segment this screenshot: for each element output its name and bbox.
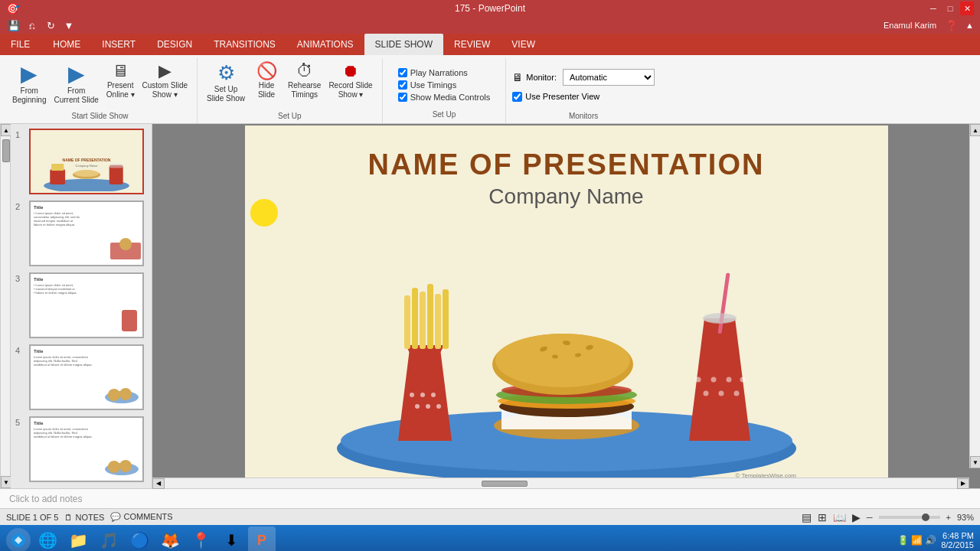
monitors-label: Monitors xyxy=(569,110,598,122)
right-scroll-up[interactable]: ▲ xyxy=(970,124,980,136)
tab-animations[interactable]: ANIMATIONS xyxy=(286,34,364,55)
bottom-scrollbar[interactable]: ◀ ▶ xyxy=(152,478,969,488)
svg-point-20 xyxy=(410,393,414,397)
ribbon-collapse-button[interactable]: ▲ xyxy=(965,21,974,30)
zoom-in-button[interactable]: + xyxy=(946,513,951,522)
slide-thumb-2[interactable]: 2 Title • Lorem ipsum dolor sit amet,con… xyxy=(14,199,149,268)
taskbar-right: 🔋 📶 🔊 6:48 PM 8/2/2015 xyxy=(897,531,975,549)
zoom-thumb[interactable] xyxy=(922,514,929,521)
svg-rect-2 xyxy=(51,164,64,171)
slide-show-button[interactable]: ▶ xyxy=(852,511,861,523)
monitor-row: 🖥 Monitor: Automatic xyxy=(512,69,655,86)
show-media-controls-checkbox[interactable]: Show Media Controls xyxy=(398,93,491,102)
svg-point-55 xyxy=(703,313,737,324)
slide-panel: 1 NAME OF PRESENTATION Company Name xyxy=(11,124,152,488)
customize-qat-button[interactable]: ▼ xyxy=(61,18,77,33)
comments-button[interactable]: 💬 COMMENTS xyxy=(110,512,172,522)
record-icon: ⏺ xyxy=(342,61,359,81)
start-button[interactable] xyxy=(6,528,31,551)
normal-view-button[interactable]: ▤ xyxy=(802,511,812,523)
scroll-down-button[interactable]: ▼ xyxy=(1,476,11,488)
food-illustration: © TemplatesWise.com xyxy=(291,242,842,479)
quick-access-toolbar: 💾 ⎌ ↻ ▼ Enamul Karim ❓ ▲ xyxy=(0,17,980,34)
slide-image-2[interactable]: Title • Lorem ipsum dolor sit amet,conse… xyxy=(29,201,144,266)
slide-info: SLIDE 1 OF 5 xyxy=(6,513,58,522)
slide-thumb-1[interactable]: 1 NAME OF PRESENTATION Company Name xyxy=(14,127,149,196)
from-beginning-button[interactable]: ▶ From Beginning xyxy=(9,60,49,106)
monitor-select[interactable]: Automatic xyxy=(563,69,655,86)
scroll-up-button[interactable]: ▲ xyxy=(1,124,11,136)
folder-button[interactable]: 📁 xyxy=(64,527,92,551)
firefox-button[interactable]: 🦊 xyxy=(156,527,184,551)
minimize-button[interactable]: ─ xyxy=(926,2,940,15)
record-slideshow-button[interactable]: ⏺ Record Slide Show ▾ xyxy=(325,60,375,101)
present-online-icon: 🖥 xyxy=(112,61,129,81)
tab-slideshow[interactable]: SLIDE SHOW xyxy=(364,34,443,55)
help-button[interactable]: ❓ xyxy=(946,20,958,31)
slide-thumb-5[interactable]: 5 Title Lorem ipsum dolor sit amet, cons… xyxy=(14,415,149,484)
hide-slide-button[interactable]: 🚫 Hide Slide xyxy=(250,60,283,101)
slide-canvas[interactable]: NAME OF PRESENTATION Company Name xyxy=(245,126,888,487)
save-button[interactable]: 💾 xyxy=(6,18,21,33)
notes-placeholder: Click to add notes xyxy=(9,494,82,504)
svg-rect-31 xyxy=(443,289,449,349)
slide-image-4[interactable]: Title Lorem ipsum dolor sit amet, consec… xyxy=(29,344,144,410)
tab-view[interactable]: VIEW xyxy=(501,34,546,55)
slide-image-3[interactable]: Title • Lorem ipsum dolor sit amet,• eiu… xyxy=(29,272,144,338)
powerpoint-button[interactable]: P xyxy=(248,527,276,551)
zoom-out-button[interactable]: ─ xyxy=(867,513,873,522)
scroll-left-button[interactable]: ◀ xyxy=(152,478,165,489)
main-area: ▲ ▼ 1 NAME OF PRESENTATION Company Name xyxy=(0,124,980,488)
window-title: 175 - PowerPoint xyxy=(455,3,525,14)
custom-slide-show-button[interactable]: ▶ Custom Slide Show ▾ xyxy=(139,60,191,101)
tab-insert[interactable]: INSERT xyxy=(91,34,146,55)
setup-icon: ⚙ xyxy=(217,61,235,85)
slide-thumb-3[interactable]: 3 Title • Lorem ipsum dolor sit amet,• e… xyxy=(14,271,149,340)
notes-bar[interactable]: Click to add notes xyxy=(0,488,980,508)
panel-scrollbar[interactable]: ▲ ▼ xyxy=(0,124,11,488)
setup-slideshow-button[interactable]: ⚙ Set Up Slide Show xyxy=(204,60,248,105)
presenter-row: Use Presenter View xyxy=(512,92,655,102)
h-scroll-track xyxy=(165,480,957,487)
maximize-button[interactable]: □ xyxy=(943,2,957,15)
close-button[interactable]: ✕ xyxy=(960,2,974,15)
use-timings-checkbox[interactable]: Use Timings xyxy=(398,80,491,90)
from-current-slide-button[interactable]: ▶ From Current Slide xyxy=(51,60,101,106)
slide-image-1[interactable]: NAME OF PRESENTATION Company Name xyxy=(29,129,144,194)
system-icons: 🔋 📶 🔊 xyxy=(897,535,937,546)
svg-point-8 xyxy=(119,238,132,250)
h-scroll-thumb[interactable] xyxy=(482,481,528,487)
rehearse-timings-button[interactable]: ⏱ Rehearse Timings xyxy=(285,60,324,101)
scroll-right-button[interactable]: ▶ xyxy=(957,478,969,489)
slide-thumb-4[interactable]: 4 Title Lorem ipsum dolor sit amet, cons… xyxy=(14,343,149,412)
svg-point-11 xyxy=(108,389,120,401)
tab-transitions[interactable]: TRANSITIONS xyxy=(203,34,286,55)
play-narrations-checkbox[interactable]: Play Narrations xyxy=(398,68,491,77)
right-scrollbar[interactable]: ▲ ▼ xyxy=(969,124,980,468)
notes-button[interactable]: 🗒 NOTES xyxy=(64,513,104,522)
user-name: Enamul Karim xyxy=(884,21,936,30)
maps-button[interactable]: 📍 xyxy=(187,527,214,551)
undo-button[interactable]: ⎌ xyxy=(24,18,40,33)
chrome-button[interactable]: 🔵 xyxy=(126,527,153,551)
downloads-button[interactable]: ⬇ xyxy=(217,527,245,551)
tab-review[interactable]: REVIEW xyxy=(443,34,501,55)
zoom-slider[interactable] xyxy=(879,516,940,519)
statusbar-left: SLIDE 1 OF 5 🗒 NOTES 💬 COMMENTS xyxy=(6,512,173,522)
slide-sorter-button[interactable]: ⊞ xyxy=(818,511,827,523)
present-online-button[interactable]: 🖥 Present Online ▾ xyxy=(103,60,138,101)
use-presenter-view-checkbox[interactable] xyxy=(512,92,522,102)
tab-file[interactable]: FILE xyxy=(0,34,41,55)
svg-point-54 xyxy=(740,377,745,383)
right-scroll-down[interactable]: ▼ xyxy=(970,456,980,468)
reading-view-button[interactable]: 📖 xyxy=(833,511,846,523)
slide-image-5[interactable]: Title Lorem ipsum dolor sit amet, consec… xyxy=(29,416,144,482)
svg-point-14 xyxy=(108,461,120,473)
redo-button[interactable]: ↻ xyxy=(43,18,58,33)
scroll-thumb[interactable] xyxy=(2,139,10,162)
ie-button[interactable]: 🌐 xyxy=(34,527,61,551)
svg-point-15 xyxy=(119,460,132,472)
tab-home[interactable]: HOME xyxy=(42,34,91,55)
tab-design[interactable]: DESIGN xyxy=(146,34,203,55)
media-button[interactable]: 🎵 xyxy=(95,527,122,551)
